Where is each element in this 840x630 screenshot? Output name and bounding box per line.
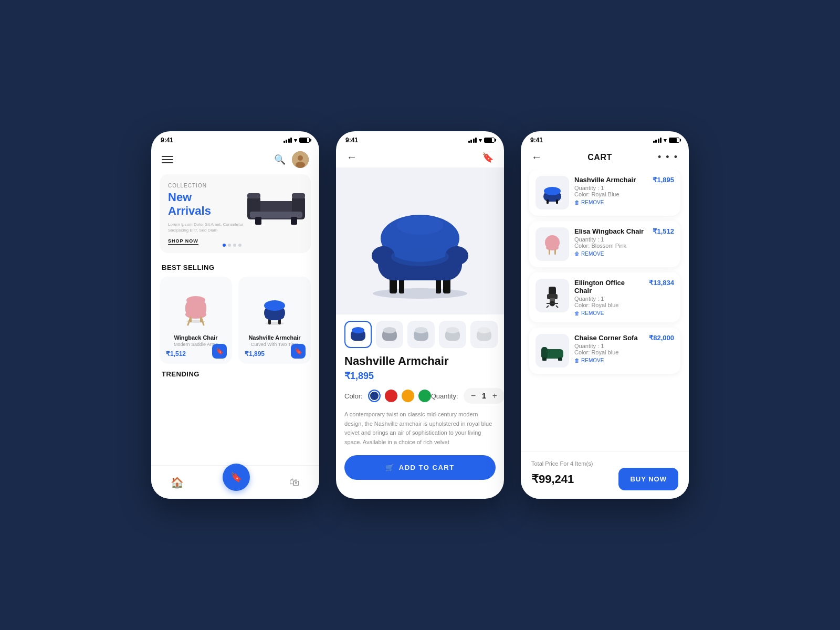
svg-point-1: [298, 155, 303, 161]
svg-point-39: [383, 327, 396, 333]
thumb-grey2[interactable]: [407, 321, 435, 348]
nashville-name: Nashville Armchair: [245, 334, 304, 341]
avatar[interactable]: [292, 151, 309, 168]
time-2: 9:41: [345, 136, 358, 144]
cart-nashville-remove[interactable]: 🗑 REMOVE: [574, 200, 647, 205]
thumb-grey4[interactable]: [470, 321, 498, 348]
collection-banner: COLLECTION New Arrivals Lorem Ipsum Dolo…: [160, 174, 311, 253]
remove-icon-2: 🗑: [574, 251, 580, 257]
cart-icon: 🛍: [289, 476, 300, 488]
wingback-image: [166, 283, 226, 330]
cart-chaise-price: ₹82,000: [649, 334, 674, 342]
cart-ellington-name: Ellington Office Chair: [574, 279, 644, 295]
cart-footer: Total Price For 4 Item(s) ₹99,241 BUY NO…: [521, 452, 689, 499]
cart-elisa-name: Elisa Wingback Chair: [574, 227, 647, 235]
cart-elisa-price: ₹1,512: [653, 227, 674, 235]
screen-cart: 9:41 ▾ ← CART • • •: [521, 131, 689, 499]
product-card-wingback[interactable]: Wingback Chair Modern Saddle Arms ₹1,512…: [160, 277, 232, 364]
wingback-bookmark[interactable]: 🔖: [212, 344, 227, 359]
svg-rect-10: [292, 193, 305, 198]
back-button[interactable]: ←: [346, 151, 357, 163]
product-bookmark[interactable]: 🔖: [482, 152, 494, 163]
qty-increase[interactable]: +: [492, 391, 497, 401]
svg-point-34: [391, 247, 449, 266]
qty-decrease[interactable]: −: [471, 391, 476, 401]
cart-ellington-remove[interactable]: 🗑 REMOVE: [574, 310, 644, 316]
cart-icon-btn: 🛒: [385, 464, 395, 471]
cart-ellington-color: Color: Royal blue: [574, 302, 644, 308]
cart-title: CART: [587, 153, 612, 162]
remove-icon-4: 🗑: [574, 358, 580, 363]
add-to-cart-button[interactable]: 🛒 ADD TO CART: [344, 455, 496, 480]
nav-home[interactable]: 🏠: [171, 476, 184, 489]
shop-now-button[interactable]: SHOP NOW: [168, 238, 198, 245]
cart-nashville-price: ₹1,895: [653, 176, 674, 184]
svg-rect-7: [255, 217, 261, 225]
menu-button[interactable]: [162, 156, 173, 163]
status-bar-2: 9:41 ▾: [336, 131, 504, 147]
total-label: Total Price For 4 Item(s): [531, 460, 678, 467]
banner-subtitle: Lorem Ipsum Dolor Sit Amet, Consetetur S…: [168, 222, 245, 233]
cart-elisa-remove[interactable]: 🗑 REMOVE: [574, 251, 647, 257]
cart-chaise-img: [536, 334, 569, 368]
cart-elisa-img: [536, 227, 569, 261]
header-right: 🔍: [274, 151, 309, 168]
cart-ellington-img: [536, 279, 569, 312]
color-blue[interactable]: [368, 390, 381, 402]
bookmark-fab-icon: 🔖: [230, 471, 242, 483]
battery-2: [484, 138, 495, 143]
cart-nashville-name: Nashville Armchair: [574, 176, 647, 184]
svg-rect-64: [542, 358, 547, 361]
search-icon[interactable]: 🔍: [274, 154, 286, 165]
thumb-grey1[interactable]: [376, 321, 403, 348]
banner-text: COLLECTION New Arrivals Lorem Ipsum Dolo…: [168, 183, 245, 245]
svg-rect-8: [291, 217, 297, 225]
best-selling-header: BEST SELLING: [151, 261, 319, 277]
nashville-image: [245, 283, 304, 330]
color-orange[interactable]: [402, 390, 414, 402]
cart-nashville-color: Color: Royal Blue: [574, 191, 647, 197]
color-red[interactable]: [385, 390, 397, 402]
quantity-control: − 1 +: [464, 388, 504, 404]
cart-nashville-img: [536, 176, 569, 209]
svg-rect-49: [556, 200, 558, 204]
remove-icon-3: 🗑: [574, 310, 580, 316]
svg-point-45: [478, 327, 490, 333]
thumb-blue[interactable]: [344, 321, 372, 348]
product-header: ← 🔖: [336, 147, 504, 163]
color-green[interactable]: [418, 390, 431, 402]
wifi-icon-2: ▾: [479, 137, 482, 144]
options-row: Color: Quantity: − 1 +: [344, 388, 496, 404]
buy-now-button[interactable]: BUY NOW: [618, 468, 678, 490]
cart-item-elisa: Elisa Wingback Chair Quantity : 1 Color:…: [529, 221, 680, 267]
qty-value: 1: [482, 392, 486, 400]
cart-chaise-details: Chaise Corner Sofa Quantity : 1 Color: R…: [574, 334, 644, 363]
cart-chaise-name: Chaise Corner Sofa: [574, 334, 644, 342]
cart-back-button[interactable]: ←: [531, 151, 542, 163]
cart-header: ← CART • • •: [521, 147, 689, 170]
wingback-name: Wingback Chair: [166, 334, 226, 341]
nav-cart[interactable]: 🛍: [289, 476, 300, 488]
cart-chaise-remove[interactable]: 🗑 REMOVE: [574, 358, 644, 363]
battery-1: [299, 138, 310, 143]
cart-nashville-qty: Quantity : 1: [574, 185, 647, 191]
signal-1: [284, 138, 292, 143]
home-icon: 🏠: [171, 476, 184, 489]
banner-title-blue: New: [168, 191, 192, 204]
svg-point-25: [373, 288, 467, 299]
product-card-nashville[interactable]: Nashville Armchair Curved With Two Tiers…: [238, 277, 311, 364]
svg-rect-48: [547, 200, 549, 204]
nashville-bookmark[interactable]: 🔖: [291, 344, 306, 359]
status-icons-3: ▾: [653, 137, 680, 144]
product-main-price: ₹1,895: [344, 370, 496, 382]
thumb-grey3[interactable]: [439, 321, 466, 348]
svg-point-19: [265, 322, 284, 325]
product-hero-image: [336, 167, 504, 314]
cart-ellington-price: ₹13,834: [649, 279, 674, 287]
signal-3: [653, 138, 662, 143]
nav-bookmarks-fab[interactable]: 🔖: [223, 464, 250, 491]
svg-line-60: [547, 306, 549, 308]
more-options-button[interactable]: • • •: [658, 152, 678, 163]
cart-chaise-color: Color: Royal blue: [574, 349, 644, 355]
svg-rect-65: [558, 358, 562, 361]
